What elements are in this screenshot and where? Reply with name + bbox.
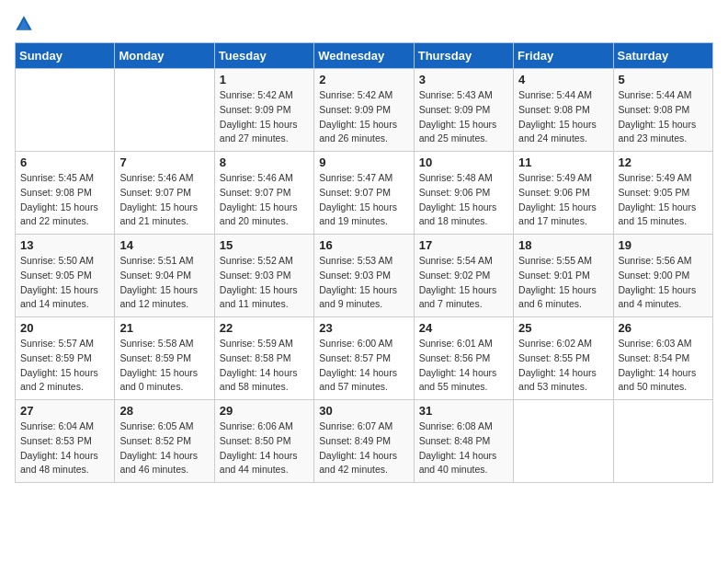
day-number: 28 [119,404,209,418]
day-info: Sunrise: 5:48 AM Sunset: 9:06 PM Dayligh… [419,171,508,229]
daylight-text: Daylight: 15 hours and 26 minutes. [319,119,397,144]
sunrise-text: Sunrise: 5:46 AM [119,172,193,183]
day-of-week-header: Thursday [414,43,513,69]
calendar-cell: 29 Sunrise: 6:06 AM Sunset: 8:50 PM Dayl… [214,400,313,483]
day-info: Sunrise: 5:59 AM Sunset: 8:58 PM Dayligh… [220,337,309,395]
daylight-text: Daylight: 15 hours and 7 minutes. [419,284,497,310]
sunset-text: Sunset: 9:00 PM [619,270,690,281]
daylight-text: Daylight: 15 hours and 14 minutes. [20,284,98,310]
sunrise-text: Sunrise: 5:49 AM [619,172,692,183]
day-number: 11 [518,155,608,169]
day-number: 18 [518,238,608,252]
sunrise-text: Sunrise: 6:00 AM [319,338,392,349]
daylight-text: Daylight: 15 hours and 22 minutes. [20,201,98,227]
day-number: 23 [319,321,408,335]
calendar-week-row: 27 Sunrise: 6:04 AM Sunset: 8:53 PM Dayl… [16,400,713,483]
sunset-text: Sunset: 9:05 PM [20,270,92,281]
daylight-text: Daylight: 15 hours and 15 minutes. [619,201,697,227]
day-of-week-header: Tuesday [214,43,313,69]
sunrise-text: Sunrise: 6:04 AM [20,420,94,431]
calendar-cell: 14 Sunrise: 5:51 AM Sunset: 9:04 PM Dayl… [115,235,214,317]
day-info: Sunrise: 5:44 AM Sunset: 9:08 PM Dayligh… [518,88,608,146]
day-number: 25 [518,321,608,335]
day-number: 24 [419,321,508,335]
day-info: Sunrise: 5:44 AM Sunset: 9:08 PM Dayligh… [619,88,708,146]
sunset-text: Sunset: 9:08 PM [619,104,690,115]
calendar-week-row: 13 Sunrise: 5:50 AM Sunset: 9:05 PM Dayl… [16,235,713,317]
day-of-week-header: Sunday [16,43,115,69]
day-info: Sunrise: 5:49 AM Sunset: 9:05 PM Dayligh… [619,171,708,229]
calendar-cell: 17 Sunrise: 5:54 AM Sunset: 9:02 PM Dayl… [414,235,513,317]
sunset-text: Sunset: 8:48 PM [419,435,491,446]
sunset-text: Sunset: 9:02 PM [419,270,491,281]
daylight-text: Daylight: 14 hours and 44 minutes. [220,450,298,476]
day-info: Sunrise: 5:51 AM Sunset: 9:04 PM Dayligh… [119,254,209,312]
sunset-text: Sunset: 9:08 PM [20,187,92,198]
calendar-cell [613,400,712,483]
calendar-cell: 20 Sunrise: 5:57 AM Sunset: 8:59 PM Dayl… [16,317,115,400]
calendar-cell: 3 Sunrise: 5:43 AM Sunset: 9:09 PM Dayli… [414,69,513,152]
day-number: 7 [119,155,209,169]
sunset-text: Sunset: 9:07 PM [319,187,391,198]
calendar-cell: 25 Sunrise: 6:02 AM Sunset: 8:55 PM Dayl… [514,317,613,400]
sunrise-text: Sunrise: 5:44 AM [619,89,692,100]
daylight-text: Daylight: 15 hours and 24 minutes. [518,119,597,144]
daylight-text: Daylight: 14 hours and 42 minutes. [319,450,397,476]
sunset-text: Sunset: 8:49 PM [319,435,391,446]
page-header [15,15,713,33]
sunrise-text: Sunrise: 6:05 AM [119,420,193,431]
calendar-cell: 1 Sunrise: 5:42 AM Sunset: 9:09 PM Dayli… [214,69,313,152]
day-info: Sunrise: 5:46 AM Sunset: 9:07 PM Dayligh… [220,171,309,229]
day-info: Sunrise: 5:52 AM Sunset: 9:03 PM Dayligh… [220,254,309,312]
sunrise-text: Sunrise: 5:50 AM [20,255,94,266]
daylight-text: Daylight: 15 hours and 23 minutes. [619,119,697,144]
sunset-text: Sunset: 9:05 PM [619,187,690,198]
day-number: 20 [20,321,109,335]
day-info: Sunrise: 5:43 AM Sunset: 9:09 PM Dayligh… [419,88,508,146]
daylight-text: Daylight: 15 hours and 25 minutes. [419,119,497,144]
sunrise-text: Sunrise: 5:43 AM [419,89,493,100]
sunrise-text: Sunrise: 6:08 AM [419,420,493,431]
day-info: Sunrise: 5:56 AM Sunset: 9:00 PM Dayligh… [619,254,708,312]
daylight-text: Daylight: 14 hours and 58 minutes. [220,367,298,393]
sunrise-text: Sunrise: 5:58 AM [119,338,193,349]
sunrise-text: Sunrise: 6:06 AM [220,420,293,431]
sunset-text: Sunset: 9:09 PM [220,104,291,115]
calendar-cell: 27 Sunrise: 6:04 AM Sunset: 8:53 PM Dayl… [16,400,115,483]
daylight-text: Daylight: 15 hours and 4 minutes. [619,284,697,310]
day-number: 2 [319,73,408,86]
daylight-text: Daylight: 15 hours and 2 minutes. [20,367,98,393]
sunrise-text: Sunrise: 5:45 AM [20,172,94,183]
day-info: Sunrise: 6:08 AM Sunset: 8:48 PM Dayligh… [419,419,508,477]
sunset-text: Sunset: 9:01 PM [518,270,590,281]
day-number: 15 [220,238,309,252]
sunset-text: Sunset: 8:59 PM [20,352,92,363]
logo-icon [15,15,33,33]
calendar-cell [115,69,214,152]
day-number: 21 [119,321,209,335]
sunrise-text: Sunrise: 6:07 AM [319,420,392,431]
calendar-cell: 11 Sunrise: 5:49 AM Sunset: 9:06 PM Dayl… [514,152,613,235]
calendar-cell: 30 Sunrise: 6:07 AM Sunset: 8:49 PM Dayl… [314,400,414,483]
day-info: Sunrise: 6:07 AM Sunset: 8:49 PM Dayligh… [319,419,408,477]
calendar-cell: 2 Sunrise: 5:42 AM Sunset: 9:09 PM Dayli… [314,69,414,152]
daylight-text: Daylight: 14 hours and 55 minutes. [419,367,497,393]
sunrise-text: Sunrise: 5:52 AM [220,255,293,266]
calendar-header: SundayMondayTuesdayWednesdayThursdayFrid… [16,43,713,69]
day-number: 17 [419,238,508,252]
daylight-text: Daylight: 15 hours and 20 minutes. [220,201,298,227]
day-number: 26 [619,321,708,335]
sunset-text: Sunset: 9:09 PM [319,104,391,115]
calendar-cell: 15 Sunrise: 5:52 AM Sunset: 9:03 PM Dayl… [214,235,313,317]
day-info: Sunrise: 5:46 AM Sunset: 9:07 PM Dayligh… [119,171,209,229]
day-info: Sunrise: 6:02 AM Sunset: 8:55 PM Dayligh… [518,337,608,395]
calendar-cell: 26 Sunrise: 6:03 AM Sunset: 8:54 PM Dayl… [613,317,712,400]
day-of-week-header: Friday [514,43,613,69]
sunrise-text: Sunrise: 5:46 AM [220,172,293,183]
day-info: Sunrise: 5:47 AM Sunset: 9:07 PM Dayligh… [319,171,408,229]
calendar-cell: 7 Sunrise: 5:46 AM Sunset: 9:07 PM Dayli… [115,152,214,235]
daylight-text: Daylight: 14 hours and 53 minutes. [518,367,597,393]
sunset-text: Sunset: 9:03 PM [319,270,391,281]
sunset-text: Sunset: 9:04 PM [119,270,191,281]
calendar-cell: 10 Sunrise: 5:48 AM Sunset: 9:06 PM Dayl… [414,152,513,235]
